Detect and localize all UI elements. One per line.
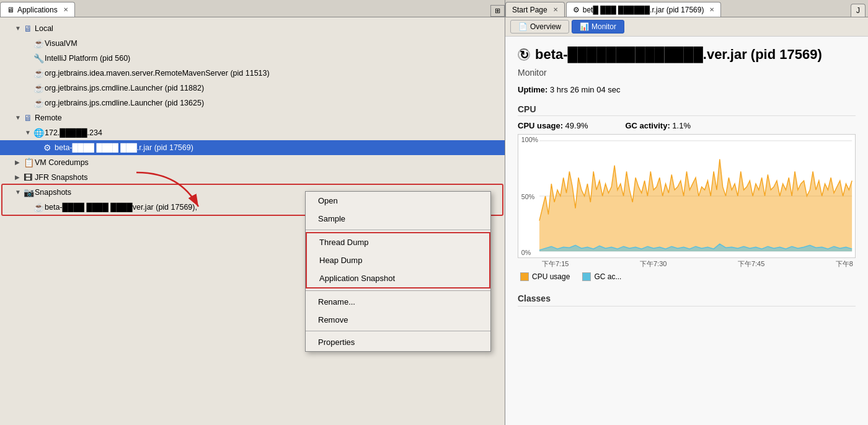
cpu-chart: 100% 50% 0%	[518, 134, 856, 258]
coredumps-arrow: ▶	[15, 156, 24, 169]
menu-sample[interactable]: Sample	[306, 210, 490, 228]
cpu-usage-stat: CPU usage: 49.9%	[518, 121, 588, 130]
maven-label: org.jetbrains.idea.maven.server.RemoteMa…	[45, 67, 502, 79]
tree-coredumps[interactable]: ▶ 📋 VM Coredumps	[0, 155, 505, 170]
cpu-stats: CPU usage: 49.9% GC activity: 1.1%	[518, 121, 856, 130]
context-menu: Open Sample Thread Dump Heap Dump Applic…	[305, 191, 491, 352]
uptime-line: Uptime: 3 hrs 26 min 04 sec	[518, 85, 856, 94]
svg-text:0%: 0%	[521, 249, 531, 256]
jfr-icon: 🎞	[24, 171, 35, 184]
applications-tab-close[interactable]: ✕	[63, 6, 68, 13]
launcher1-label: org.jetbrains.jps.cmdline.Launcher (pid …	[45, 82, 502, 94]
snapshots-icon: 📷	[24, 186, 35, 199]
tree-visualvm[interactable]: ☕ VisualVM	[0, 36, 505, 51]
visualvm-label: VisualVM	[45, 37, 502, 50]
start-page-tab[interactable]: Start Page ✕	[505, 2, 565, 17]
right-panel: Start Page ✕ ⚙ bet█ ███ ██████.r.jar (pi…	[505, 0, 868, 425]
jfr-arrow: ▶	[15, 171, 24, 184]
cpu-chart-svg: 100% 50% 0%	[518, 135, 855, 257]
menu-open[interactable]: Open	[306, 192, 490, 210]
tree-launcher2[interactable]: ☕ org.jetbrains.jps.cmdline.Launcher (pi…	[0, 96, 505, 110]
remote-icon: 🖥	[24, 112, 35, 124]
monitor-button[interactable]: 📊 Monitor	[572, 20, 624, 34]
start-page-label: Start Page	[512, 6, 547, 14]
local-arrow: ▼	[15, 22, 24, 35]
tree-beta-jar[interactable]: ⚙ beta-████ ████ ███.r.jar (pid 17569)	[0, 140, 505, 155]
overview-button[interactable]: 📄 Overview	[510, 20, 569, 34]
cpu-legend-color	[520, 272, 529, 281]
x-label-4: 下午8	[836, 259, 853, 269]
monitor-title-text: beta-██████████████.ver.jar (pid 17569)	[535, 47, 822, 63]
tree-local[interactable]: ▼ 🖥 Local	[0, 21, 505, 36]
cpu-legend-item: CPU usage	[520, 272, 570, 281]
overview-icon: 📄	[518, 22, 528, 31]
coredumps-icon: 📋	[24, 156, 35, 169]
menu-heap-dump[interactable]: Heap Dump	[307, 251, 489, 269]
loading-icon: ↻	[518, 48, 530, 61]
snapshot-item-icon: ☕	[33, 201, 45, 213]
left-tab-bar: 🖥 Applications ✕ ⊞	[0, 0, 505, 17]
svg-text:50%: 50%	[521, 193, 535, 200]
beta-jar-icon: ⚙	[43, 141, 55, 154]
tree-intellij[interactable]: 🔧 IntelliJ Platform (pid 560)	[0, 51, 505, 66]
chart-legend: CPU usage GC ac...	[518, 270, 856, 284]
local-label: Local	[35, 22, 502, 35]
menu-divider-2	[306, 290, 490, 291]
tree-launcher1[interactable]: ☕ org.jetbrains.jps.cmdline.Launcher (pi…	[0, 81, 505, 96]
menu-remove[interactable]: Remove	[306, 311, 490, 329]
svg-marker-7	[539, 159, 852, 252]
menu-rename[interactable]: Rename...	[306, 293, 490, 311]
beta-jar-label: beta-████ ████ ███.r.jar (pid 17569)	[55, 141, 502, 154]
maximize-button[interactable]: ⊞	[490, 5, 505, 17]
coredumps-label: VM Coredumps	[35, 156, 502, 169]
x-label-3: 下午7:45	[738, 259, 764, 269]
monitor-content: ↻ beta-██████████████.ver.jar (pid 17569…	[505, 37, 868, 425]
monitor-subtitle: Monitor	[518, 68, 856, 78]
menu-divider-1	[306, 230, 490, 230]
gc-legend-item: GC ac...	[582, 272, 621, 281]
tree-remote-host[interactable]: ▼ 🌐 172.█████.234	[0, 125, 505, 140]
tree-remote[interactable]: ▼ 🖥 Remote	[0, 110, 505, 125]
menu-thread-dump[interactable]: Thread Dump	[307, 233, 489, 251]
left-panel: 🖥 Applications ✕ ⊞ ▼ 🖥 Local ☕ VisualVM	[0, 0, 505, 425]
extra-tab[interactable]: J	[851, 4, 866, 17]
uptime-value: 3 hrs 26 min 04 sec	[550, 85, 620, 94]
x-label-2: 下午7:30	[640, 259, 666, 269]
jfr-label: JFR Snapshots	[35, 171, 502, 184]
main-layout: 🖥 Applications ✕ ⊞ ▼ 🖥 Local ☕ VisualVM	[0, 0, 868, 425]
cpu-usage-value: 49.9%	[565, 121, 588, 130]
visualvm-icon: ☕	[33, 37, 45, 50]
cpu-usage-label: CPU usage:	[518, 121, 563, 130]
monitor-icon: 📊	[580, 22, 589, 31]
gc-value: 1.1%	[672, 121, 691, 130]
remote-label: Remote	[35, 112, 502, 124]
intellij-icon: 🔧	[33, 52, 45, 65]
monitor-toolbar: 📄 Overview 📊 Monitor	[505, 17, 868, 37]
monitor-title-area: ↻ beta-██████████████.ver.jar (pid 17569…	[518, 47, 856, 63]
host-arrow: ▼	[25, 127, 33, 139]
applications-tab[interactable]: 🖥 Applications ✕	[0, 2, 75, 17]
menu-properties[interactable]: Properties	[306, 333, 490, 351]
tree-maven[interactable]: ☕ org.jetbrains.idea.maven.server.Remote…	[0, 66, 505, 81]
menu-app-snapshot[interactable]: Application Snapshot	[307, 269, 489, 287]
beta-jar-tab-icon: ⚙	[573, 6, 580, 14]
beta-jar-tab-close[interactable]: ✕	[709, 6, 714, 13]
beta-jar-tab-label: bet█ ███ ██████.r.jar (pid 17569)	[583, 6, 704, 14]
local-icon: 🖥	[24, 22, 35, 35]
launcher2-label: org.jetbrains.jps.cmdline.Launcher (pid …	[45, 97, 502, 109]
beta-jar-tab[interactable]: ⚙ bet█ ███ ██████.r.jar (pid 17569) ✕	[566, 2, 722, 17]
maven-icon: ☕	[33, 67, 45, 79]
cpu-section-title: CPU	[518, 104, 856, 116]
x-label-1: 下午7:15	[542, 259, 569, 269]
host-icon: 🌐	[33, 127, 45, 139]
uptime-label: Uptime:	[518, 85, 547, 94]
launcher2-icon: ☕	[33, 97, 45, 109]
intellij-label: IntelliJ Platform (pid 560)	[45, 52, 502, 65]
tree-jfr[interactable]: ▶ 🎞 JFR Snapshots	[0, 170, 505, 185]
svg-text:100%: 100%	[521, 136, 539, 143]
gc-label: GC activity:	[625, 121, 670, 130]
applications-tab-icon: 🖥	[7, 6, 14, 14]
remote-arrow: ▼	[15, 112, 24, 124]
start-page-close[interactable]: ✕	[553, 6, 558, 13]
launcher1-icon: ☕	[33, 82, 45, 94]
